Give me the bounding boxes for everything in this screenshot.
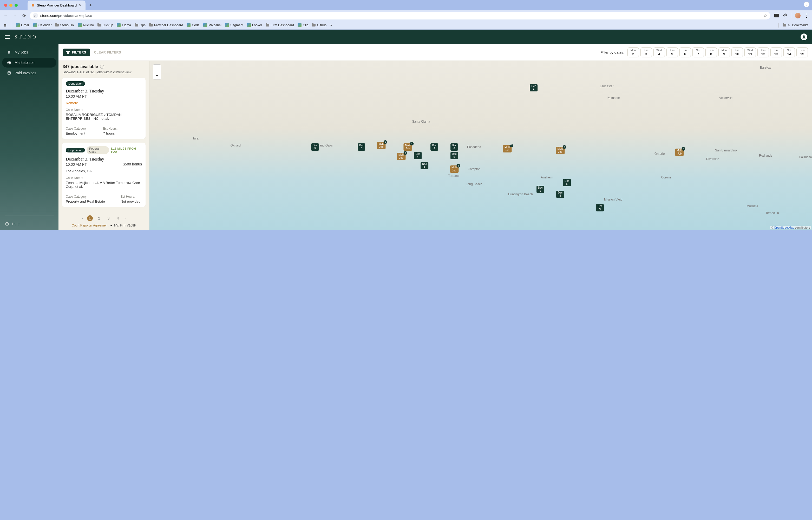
date-chip[interactable]: Thu12 bbox=[757, 47, 769, 57]
profile-avatar[interactable] bbox=[795, 13, 801, 19]
map-city-label: Huntington Beach bbox=[508, 192, 533, 196]
bookmark-item[interactable]: Mixpanel bbox=[203, 23, 221, 27]
globe-icon bbox=[7, 60, 11, 65]
date-chip[interactable]: Fri13 bbox=[770, 47, 782, 57]
hamburger-icon[interactable] bbox=[5, 35, 10, 39]
all-bookmarks[interactable]: All Bookmarks bbox=[783, 23, 808, 27]
page-next[interactable]: › bbox=[124, 216, 126, 220]
map-job-pin[interactable]: Dec6 bbox=[556, 191, 564, 198]
map-job-pin[interactable]: Dec4 bbox=[530, 84, 538, 92]
bookmark-item[interactable]: Steno HR bbox=[55, 23, 74, 27]
site-settings-icon[interactable] bbox=[33, 13, 38, 18]
date-chip[interactable]: Mon2 bbox=[628, 47, 639, 57]
folder-icon bbox=[312, 24, 316, 26]
sidebar-item-marketplace[interactable]: Marketplace bbox=[2, 58, 56, 68]
zoom-in-button[interactable]: + bbox=[153, 65, 161, 72]
bookmarks-overflow-icon[interactable]: » bbox=[330, 23, 332, 27]
forward-button[interactable]: → bbox=[13, 13, 17, 18]
zoom-out-button[interactable]: − bbox=[153, 72, 161, 79]
map[interactable]: + − BarstowLancasterPalmdaleVictorvilleS… bbox=[149, 61, 812, 230]
app-icon bbox=[298, 23, 301, 27]
map-job-pin[interactable]: Dec6 bbox=[563, 179, 571, 186]
court-reporter-agreement-link[interactable]: Court Reporter Agreement bbox=[72, 224, 108, 227]
bookmark-item[interactable]: Coda bbox=[187, 23, 200, 27]
date-chip[interactable]: Tue10 bbox=[732, 47, 743, 57]
maximize-window[interactable] bbox=[15, 4, 18, 7]
date-chip[interactable]: Tue3 bbox=[640, 47, 652, 57]
chrome-menu-icon[interactable]: ⋮ bbox=[804, 13, 808, 19]
extensions-icon[interactable] bbox=[783, 13, 787, 18]
map-job-pin[interactable]: Dec4 bbox=[421, 162, 428, 170]
browser-tab[interactable]: Steno Provider Dashboard ✕ bbox=[28, 1, 85, 10]
chrome-menu-chevron[interactable]: ⌄ bbox=[804, 2, 809, 7]
map-multi-job-pin[interactable]: MultiJob2 bbox=[397, 153, 405, 160]
bookmark-item[interactable]: Gmail bbox=[16, 23, 30, 27]
account-icon[interactable] bbox=[801, 33, 807, 40]
map-job-pin[interactable]: Dec6 bbox=[358, 144, 366, 151]
minimize-window[interactable] bbox=[9, 4, 13, 7]
page-number[interactable]: 2 bbox=[96, 215, 102, 221]
sidebar-help[interactable]: ? Help bbox=[0, 212, 58, 230]
map-job-pin[interactable]: Dec4 bbox=[414, 152, 422, 159]
map-multi-job-pin[interactable]: MultiJob2 bbox=[556, 147, 565, 154]
bookmark-item[interactable]: Segment bbox=[225, 23, 243, 27]
map-job-pin[interactable]: Dec4 bbox=[430, 144, 438, 151]
clear-filters-button[interactable]: CLEAR FILTERS bbox=[94, 51, 121, 54]
map-multi-job-pin[interactable]: MultiJob4 bbox=[404, 144, 412, 151]
map-job-pin[interactable]: Dec9 bbox=[596, 204, 604, 211]
date-chip[interactable]: Sun15 bbox=[796, 47, 808, 57]
apps-grid-icon[interactable] bbox=[4, 24, 6, 26]
date-chip[interactable]: Thu5 bbox=[666, 47, 678, 57]
map-job-pin[interactable]: Dec5 bbox=[311, 144, 319, 151]
address-bar[interactable]: steno.com/provider/marketplace ☆ bbox=[30, 12, 770, 20]
reload-button[interactable]: ⟳ bbox=[22, 13, 26, 18]
page-prev[interactable]: ‹ bbox=[82, 216, 83, 220]
map-job-pin[interactable]: Dec6 bbox=[450, 144, 458, 151]
bookmark-item[interactable]: Nuclino bbox=[78, 23, 94, 27]
date-chip[interactable]: Wed11 bbox=[744, 47, 756, 57]
bookmark-item[interactable]: Looker bbox=[247, 23, 262, 27]
date-chip[interactable]: Mon9 bbox=[718, 47, 730, 57]
bookmark-item[interactable]: Clickup bbox=[97, 23, 113, 27]
bookmark-item[interactable]: Calendar bbox=[33, 23, 52, 27]
sidebar-item-my-jobs[interactable]: My Jobs bbox=[2, 47, 56, 57]
map-multi-job-pin[interactable]: MultiJob2 bbox=[450, 165, 459, 173]
app-icon bbox=[187, 23, 191, 27]
bookmark-item[interactable]: Github bbox=[312, 23, 326, 27]
date-chip[interactable]: Sat14 bbox=[783, 47, 795, 57]
page-number[interactable]: 1 bbox=[87, 215, 93, 221]
new-tab-button[interactable]: + bbox=[87, 2, 94, 9]
tab-close-icon[interactable]: ✕ bbox=[79, 3, 82, 7]
job-card[interactable]: Deposition December 3, Tuesday 10:00 AM … bbox=[62, 78, 146, 139]
sidebar-item-paid-invoices[interactable]: Paid Invoices bbox=[2, 68, 56, 78]
info-icon[interactable]: i bbox=[100, 65, 104, 69]
page-number[interactable]: 4 bbox=[115, 215, 121, 221]
window-controls[interactable] bbox=[4, 4, 18, 7]
bookmark-item[interactable]: Clio bbox=[298, 23, 309, 27]
bookmark-item[interactable]: Figma bbox=[117, 23, 131, 27]
brand-logo[interactable]: STENO bbox=[15, 34, 38, 40]
map-multi-job-pin[interactable]: MultiJob57 bbox=[503, 145, 512, 153]
job-card[interactable]: DepositionFederal Case11.5 MILES FROM YO… bbox=[62, 142, 146, 207]
extension-icon[interactable] bbox=[774, 14, 779, 18]
date-chip[interactable]: Sat7 bbox=[692, 47, 704, 57]
date-chip[interactable]: Fri6 bbox=[680, 47, 691, 57]
bookmark-item[interactable]: Ops bbox=[134, 23, 146, 27]
page-number[interactable]: 3 bbox=[106, 215, 112, 221]
map-multi-job-pin[interactable]: MultiJob3 bbox=[675, 149, 684, 156]
date-chip[interactable]: Wed4 bbox=[654, 47, 665, 57]
map-job-pin[interactable]: Dec9 bbox=[537, 186, 544, 193]
filters-button[interactable]: FILTERS bbox=[63, 49, 90, 56]
star-icon[interactable]: ☆ bbox=[764, 14, 767, 18]
back-button[interactable]: ← bbox=[4, 13, 8, 18]
case-name: ROSALIA RODRIGUEZ v TOMDAN ENTERPRISES, … bbox=[66, 113, 142, 121]
date-chip[interactable]: Sun8 bbox=[706, 47, 717, 57]
map-job-pin[interactable]: Dec9 bbox=[450, 152, 458, 159]
job-date: December 3, Tuesday bbox=[66, 157, 142, 162]
map-multi-job-pin[interactable]: MultiJob2 bbox=[377, 142, 386, 149]
app-icon bbox=[78, 23, 82, 27]
bookmark-item[interactable]: Provider Dashboard bbox=[149, 23, 183, 27]
close-window[interactable] bbox=[4, 4, 7, 7]
osm-link[interactable]: OpenStreetMap bbox=[774, 226, 794, 229]
bookmark-item[interactable]: Firm Dashboard bbox=[266, 23, 294, 27]
